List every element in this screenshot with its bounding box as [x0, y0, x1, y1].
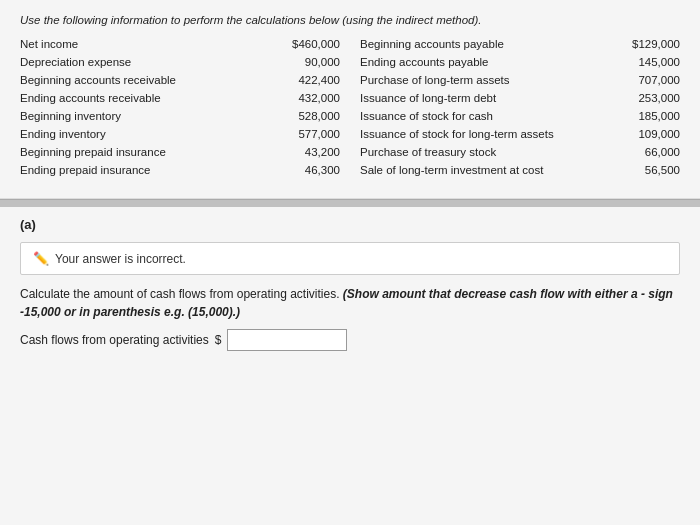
item-value: 577,000 [270, 128, 340, 140]
right-column: Beginning accounts payable$129,000Ending… [350, 38, 680, 182]
item-value: 432,000 [270, 92, 340, 104]
cash-flow-label: Cash flows from operating activities [20, 333, 209, 347]
table-row: Net income$460,000 [20, 38, 340, 50]
item-label: Beginning prepaid insurance [20, 146, 270, 158]
item-label: Issuance of stock for cash [360, 110, 610, 122]
table-row: Beginning accounts payable$129,000 [360, 38, 680, 50]
main-container: Use the following information to perform… [0, 0, 700, 525]
cash-flow-row: Cash flows from operating activities $ [20, 329, 680, 351]
left-column: Net income$460,000Depreciation expense90… [20, 38, 350, 182]
table-row: Ending prepaid insurance46,300 [20, 164, 340, 176]
top-section: Use the following information to perform… [0, 0, 700, 199]
item-label: Ending accounts payable [360, 56, 610, 68]
table-row: Depreciation expense90,000 [20, 56, 340, 68]
answer-box: ✏️ Your answer is incorrect. [20, 242, 680, 275]
item-value: 422,400 [270, 74, 340, 86]
dollar-sign: $ [215, 333, 222, 347]
item-value: 707,000 [610, 74, 680, 86]
item-value: 46,300 [270, 164, 340, 176]
table-row: Purchase of treasury stock66,000 [360, 146, 680, 158]
item-value: 90,000 [270, 56, 340, 68]
item-label: Sale of long-term investment at cost [360, 164, 610, 176]
item-value: 109,000 [610, 128, 680, 140]
item-label: Beginning inventory [20, 110, 270, 122]
table-row: Sale of long-term investment at cost56,5… [360, 164, 680, 176]
item-label: Issuance of stock for long-term assets [360, 128, 610, 140]
item-value: $460,000 [270, 38, 340, 50]
item-label: Purchase of long-term assets [360, 74, 610, 86]
instructions: Use the following information to perform… [20, 14, 680, 26]
item-value: 253,000 [610, 92, 680, 104]
calculate-text-plain: Calculate the amount of cash flows from … [20, 287, 343, 301]
calculate-instructions: Calculate the amount of cash flows from … [20, 285, 680, 321]
table-row: Purchase of long-term assets707,000 [360, 74, 680, 86]
bottom-section: (a) ✏️ Your answer is incorrect. Calcula… [0, 207, 700, 525]
table-row: Issuance of stock for long-term assets10… [360, 128, 680, 140]
item-label: Depreciation expense [20, 56, 270, 68]
table-row: Ending inventory577,000 [20, 128, 340, 140]
table-row: Ending accounts payable145,000 [360, 56, 680, 68]
section-divider [0, 199, 700, 207]
item-value: 66,000 [610, 146, 680, 158]
item-value: 56,500 [610, 164, 680, 176]
data-table: Net income$460,000Depreciation expense90… [20, 38, 680, 182]
pencil-icon: ✏️ [33, 251, 49, 266]
incorrect-text: Your answer is incorrect. [55, 252, 186, 266]
item-label: Beginning accounts receivable [20, 74, 270, 86]
item-value: 185,000 [610, 110, 680, 122]
item-label: Ending inventory [20, 128, 270, 140]
table-row: Issuance of long-term debt253,000 [360, 92, 680, 104]
table-row: Beginning accounts receivable422,400 [20, 74, 340, 86]
table-row: Issuance of stock for cash185,000 [360, 110, 680, 122]
table-row: Beginning inventory528,000 [20, 110, 340, 122]
item-value: 528,000 [270, 110, 340, 122]
cash-flow-input[interactable] [227, 329, 347, 351]
table-row: Beginning prepaid insurance43,200 [20, 146, 340, 158]
item-label: Ending prepaid insurance [20, 164, 270, 176]
item-label: Net income [20, 38, 270, 50]
item-value: $129,000 [610, 38, 680, 50]
item-label: Issuance of long-term debt [360, 92, 610, 104]
item-label: Purchase of treasury stock [360, 146, 610, 158]
item-label: Ending accounts receivable [20, 92, 270, 104]
table-row: Ending accounts receivable432,000 [20, 92, 340, 104]
part-label: (a) [20, 217, 680, 232]
item-value: 43,200 [270, 146, 340, 158]
item-value: 145,000 [610, 56, 680, 68]
item-label: Beginning accounts payable [360, 38, 610, 50]
